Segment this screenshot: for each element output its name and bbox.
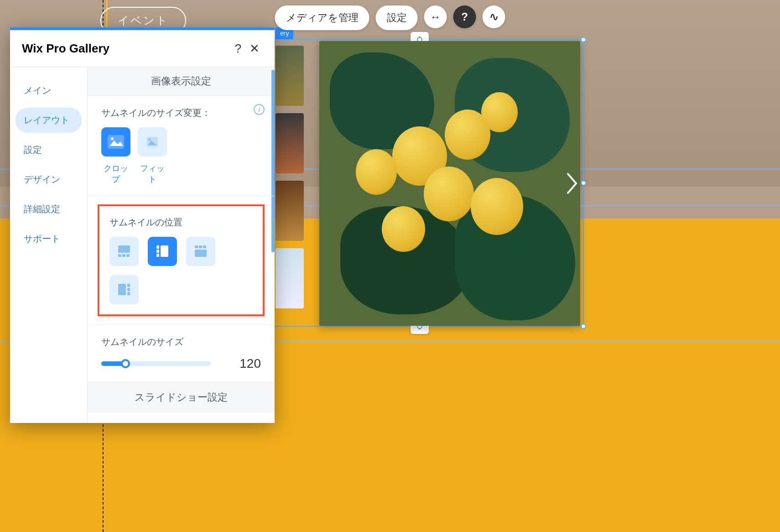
thumb-pos-left-option[interactable]: [148, 237, 177, 266]
thumb-pos-bottom-option[interactable]: [109, 237, 139, 266]
panel-help-icon[interactable]: ?: [230, 40, 246, 57]
thumb-size-value: 120: [239, 356, 261, 371]
info-icon[interactable]: i: [254, 104, 265, 115]
sidebar-item-design[interactable]: デザイン: [16, 167, 82, 192]
stretch-icon[interactable]: ↔: [424, 5, 447, 28]
svg-rect-11: [156, 250, 159, 253]
thumb-resize-fit-label: フィット: [138, 163, 167, 185]
svg-rect-0: [108, 135, 124, 149]
gallery-thumb[interactable]: [276, 113, 304, 173]
svg-rect-16: [203, 245, 206, 248]
sidebar-item-advanced[interactable]: 詳細設定: [16, 197, 82, 222]
svg-rect-19: [127, 284, 130, 287]
panel-close-icon[interactable]: ✕: [246, 40, 263, 57]
gallery-thumb[interactable]: [276, 248, 304, 308]
gallery-main-image[interactable]: [319, 41, 580, 326]
gallery-thumb[interactable]: [276, 181, 304, 241]
sidebar-item-layout[interactable]: レイアウト: [16, 108, 82, 133]
svg-rect-14: [195, 245, 198, 248]
sidebar-item-support[interactable]: サポート: [16, 226, 82, 251]
svg-rect-18: [118, 284, 126, 295]
svg-rect-10: [156, 245, 159, 249]
section-header: 画像表示設定: [88, 67, 275, 96]
panel-title: Wix Pro Gallery: [22, 42, 109, 56]
thumb-position-highlight: サムネイルの位置: [98, 204, 265, 316]
svg-rect-17: [195, 250, 207, 257]
gallery-settings-panel: Wix Pro Gallery ? ✕ メイン レイアウト 設定 デザイン 詳細…: [10, 27, 275, 423]
gallery-thumb-column: [276, 46, 304, 308]
svg-rect-12: [156, 254, 159, 257]
thumb-size-slider[interactable]: [101, 361, 211, 366]
svg-rect-7: [118, 254, 121, 257]
gallery-thumb[interactable]: [276, 46, 304, 106]
element-toolbar: メディアを管理 設定 ↔ ? ∿: [275, 5, 505, 30]
svg-rect-13: [161, 245, 168, 257]
thumb-pos-top-option[interactable]: [186, 237, 215, 266]
thumb-position-block: サムネイルの位置: [88, 196, 275, 325]
slideshow-settings-button[interactable]: スライドショー設定: [88, 382, 275, 412]
thumb-resize-label: サムネイルのサイズ変更：: [101, 107, 261, 119]
thumb-pos-right-option[interactable]: [109, 275, 139, 304]
svg-rect-21: [127, 292, 130, 295]
thumb-size-label: サムネイルのサイズ: [101, 336, 261, 348]
svg-point-5: [149, 139, 151, 141]
sidebar-item-settings[interactable]: 設定: [16, 137, 82, 162]
panel-sidebar: メイン レイアウト 設定 デザイン 詳細設定 サポート: [10, 67, 88, 423]
thumb-resize-crop-option[interactable]: [101, 127, 130, 156]
svg-rect-8: [122, 254, 125, 257]
help-icon[interactable]: ?: [453, 5, 476, 28]
thumb-size-block: サムネイルのサイズ 120: [88, 325, 275, 382]
gallery-next-icon[interactable]: [563, 165, 580, 202]
settings-button[interactable]: 設定: [376, 5, 418, 30]
svg-rect-6: [118, 245, 130, 253]
svg-rect-15: [199, 245, 202, 248]
thumb-position-label: サムネイルの位置: [109, 216, 253, 229]
svg-rect-9: [126, 254, 130, 257]
animate-icon[interactable]: ∿: [483, 5, 505, 28]
thumb-resize-fit-option[interactable]: [138, 127, 167, 156]
sidebar-item-main[interactable]: メイン: [16, 78, 82, 103]
svg-rect-20: [127, 288, 130, 291]
thumb-resize-crop-label: クロップ: [101, 163, 130, 185]
thumb-resize-block: i サムネイルのサイズ変更： クロップ フィット: [88, 96, 275, 196]
svg-point-2: [111, 137, 114, 140]
manage-media-button[interactable]: メディアを管理: [275, 5, 369, 30]
